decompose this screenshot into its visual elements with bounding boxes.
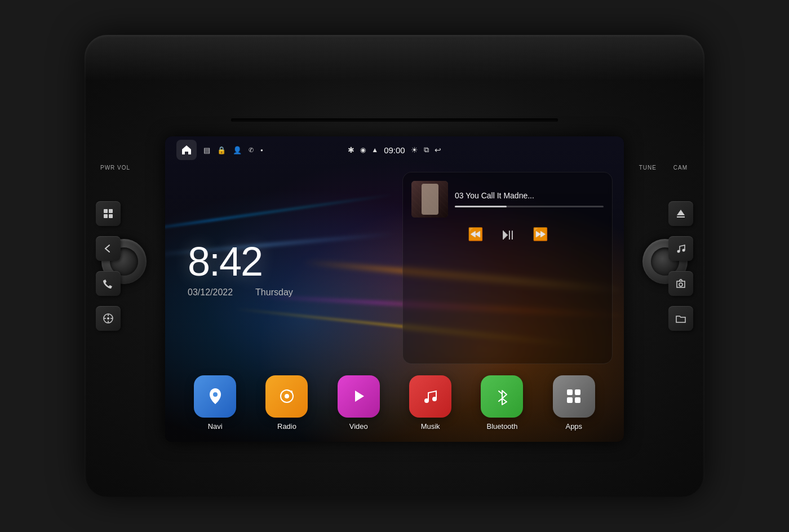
apps-row: Navi Radio bbox=[165, 370, 624, 442]
svg-point-5 bbox=[107, 317, 109, 320]
app-item-bluetooth[interactable]: Bluetooth bbox=[481, 375, 523, 431]
album-art bbox=[411, 181, 448, 218]
app-label-radio: Radio bbox=[277, 422, 296, 431]
back-icon[interactable]: ↩ bbox=[435, 145, 441, 154]
status-time: 09:00 bbox=[384, 145, 405, 155]
svg-marker-20 bbox=[355, 391, 364, 402]
phone-icon: ✆ bbox=[249, 147, 254, 154]
clock-date: 03/12/2022 Thursday bbox=[188, 287, 380, 298]
multitask-icon: ⧉ bbox=[424, 145, 429, 154]
svg-point-15 bbox=[213, 392, 218, 397]
folder-button[interactable] bbox=[668, 306, 693, 331]
clock-date-value: 03/12/2022 bbox=[188, 287, 233, 298]
left-button-group bbox=[96, 201, 121, 331]
brightness-icon: ☀ bbox=[411, 145, 418, 154]
music-button[interactable] bbox=[668, 236, 693, 261]
app-item-musik[interactable]: Musik bbox=[409, 375, 451, 431]
app-icon-video bbox=[338, 375, 380, 418]
clock-day: Thursday bbox=[255, 287, 293, 298]
rewind-button[interactable]: ⏪ bbox=[468, 227, 483, 242]
svg-rect-23 bbox=[567, 389, 573, 395]
album-art-inner bbox=[411, 181, 448, 218]
svg-point-22 bbox=[432, 397, 437, 401]
cd-slot[interactable] bbox=[231, 118, 558, 122]
app-label-bluetooth: Bluetooth bbox=[487, 422, 518, 431]
cassette-icon: ▤ bbox=[203, 146, 210, 154]
svg-point-21 bbox=[424, 398, 429, 403]
svg-rect-11 bbox=[677, 216, 685, 218]
label-pwr: PWR bbox=[100, 165, 115, 171]
app-icon-navi bbox=[194, 375, 236, 418]
bluetooth-status-icon: ✱ bbox=[348, 145, 354, 154]
app-item-apps[interactable]: Apps bbox=[553, 375, 595, 431]
svg-marker-10 bbox=[677, 210, 685, 215]
play-pause-button[interactable]: ⏯ bbox=[500, 225, 516, 243]
music-controls: ⏪ ⏯ ⏩ bbox=[411, 222, 604, 246]
music-info: 03 You Call It Madne... bbox=[455, 191, 604, 207]
clock-time: 8:42 bbox=[188, 238, 380, 285]
screen: ▤ 🔒 👤 ✆ ● ✱ ◉ ▲ 09:00 ☀ ⧉ ↩ bbox=[165, 136, 624, 441]
app-label-navi: Navi bbox=[208, 422, 223, 431]
compass-button[interactable] bbox=[96, 306, 121, 331]
app-label-video: Video bbox=[349, 422, 368, 431]
eject-button[interactable] bbox=[668, 201, 693, 226]
svg-rect-24 bbox=[575, 389, 580, 395]
svg-point-13 bbox=[682, 249, 685, 252]
svg-rect-3 bbox=[109, 214, 113, 218]
svg-rect-0 bbox=[104, 209, 108, 213]
main-content: 8:42 03/12/2022 Thursday bbox=[165, 163, 624, 441]
svg-point-17 bbox=[285, 394, 289, 398]
lock-icon: 🔒 bbox=[217, 146, 226, 154]
dot-icon: ● bbox=[260, 148, 263, 153]
status-center: ✱ ◉ ▲ 09:00 ☀ ⧉ ↩ bbox=[348, 145, 441, 155]
music-progress-bar[interactable] bbox=[455, 206, 604, 207]
svg-rect-2 bbox=[104, 214, 108, 218]
app-icon-apps bbox=[553, 375, 595, 418]
location-icon: ◉ bbox=[360, 146, 366, 154]
svg-rect-26 bbox=[575, 397, 580, 403]
person-icon: 👤 bbox=[233, 146, 242, 154]
app-icon-musik bbox=[409, 375, 451, 418]
widgets-row: 8:42 03/12/2022 Thursday bbox=[165, 163, 624, 369]
music-top: 03 You Call It Madne... bbox=[411, 181, 604, 218]
car-unit: PWR VOL MIC TUNE CAM bbox=[85, 35, 704, 497]
status-left: ▤ 🔒 👤 ✆ ● bbox=[176, 140, 348, 160]
app-label-apps: Apps bbox=[565, 422, 582, 431]
phone-button[interactable] bbox=[96, 271, 121, 296]
right-button-group bbox=[668, 201, 693, 331]
svg-point-14 bbox=[679, 283, 682, 286]
app-icon-radio bbox=[265, 375, 308, 418]
home-button[interactable] bbox=[176, 140, 197, 160]
svg-rect-1 bbox=[109, 209, 113, 213]
back-button[interactable] bbox=[96, 236, 121, 261]
wifi-icon: ▲ bbox=[371, 146, 378, 154]
app-item-navi[interactable]: Navi bbox=[194, 375, 236, 431]
app-label-musik: Musik bbox=[421, 422, 440, 431]
app-icon-bluetooth bbox=[481, 375, 523, 418]
label-cam: CAM bbox=[673, 165, 688, 171]
status-bar: ▤ 🔒 👤 ✆ ● ✱ ◉ ▲ 09:00 ☀ ⧉ ↩ bbox=[165, 136, 624, 163]
fast-forward-button[interactable]: ⏩ bbox=[533, 227, 548, 242]
app-item-radio[interactable]: Radio bbox=[265, 375, 308, 431]
screen-container: ▤ 🔒 👤 ✆ ● ✱ ◉ ▲ 09:00 ☀ ⧉ ↩ bbox=[165, 136, 624, 441]
camera-button[interactable] bbox=[668, 271, 693, 296]
svg-point-12 bbox=[677, 250, 680, 253]
music-title: 03 You Call It Madne... bbox=[455, 191, 604, 200]
music-widget: 03 You Call It Madne... ⏪ ⏯ ⏩ bbox=[402, 172, 613, 363]
music-progress-fill bbox=[455, 206, 507, 207]
apps-grid-button[interactable] bbox=[96, 201, 121, 226]
label-tune: TUNE bbox=[639, 165, 657, 171]
album-figure-art bbox=[422, 184, 438, 215]
app-item-video[interactable]: Video bbox=[338, 375, 380, 431]
clock-widget: 8:42 03/12/2022 Thursday bbox=[176, 172, 391, 363]
label-vol: VOL bbox=[117, 165, 130, 171]
svg-rect-25 bbox=[567, 397, 573, 403]
